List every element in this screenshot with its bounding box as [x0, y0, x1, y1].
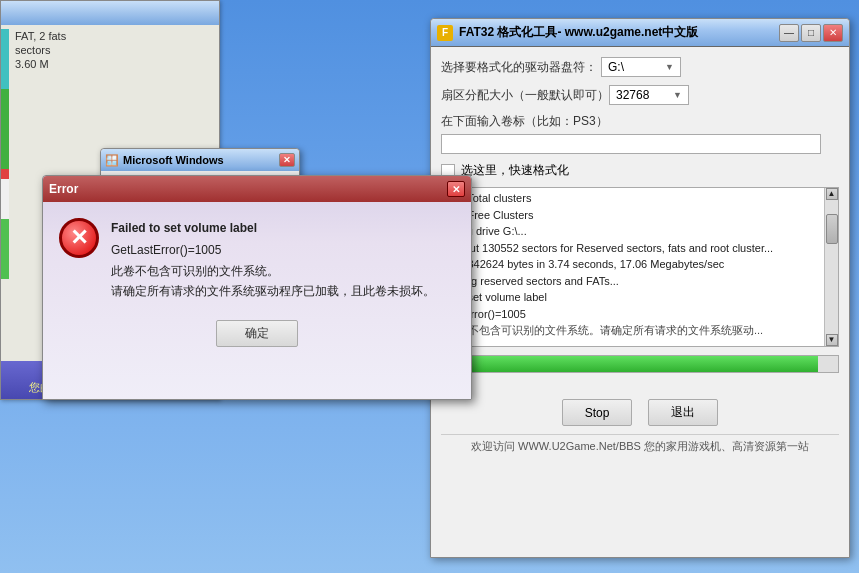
progress-bar-container [441, 355, 839, 373]
color-bars [1, 29, 9, 400]
error-icon: ✕ [59, 218, 99, 258]
error-ok-button[interactable]: 确定 [216, 320, 298, 347]
maximize-button[interactable]: □ [801, 24, 821, 42]
footer-text: 欢迎访问 WWW.U2Game.Net/BBS 您的家用游戏机、高清资源第一站 [441, 434, 839, 458]
log-line-4: e 66842624 bytes in 3.74 seconds, 17.06 … [446, 256, 818, 273]
left-sectors-line: sectors [15, 43, 215, 57]
error-dialog-title: Error [49, 182, 78, 196]
cluster-select[interactable]: 32768 ▼ [609, 85, 689, 105]
error-dialog-close-button[interactable]: ✕ [447, 181, 465, 197]
log-line-6: d to set volume label [446, 289, 818, 306]
exit-button[interactable]: 退出 [648, 399, 718, 426]
ms-windows-icon: 🪟 [105, 154, 119, 167]
fat32-window: F FAT32 格式化工具- www.u2game.net中文版 — □ ✕ 选… [430, 18, 850, 558]
error-dialog-buttons: 确定 [43, 320, 471, 347]
error-msg-line3: 此卷不包含可识别的文件系统。 [111, 261, 435, 281]
progress-bar-fill [442, 356, 818, 372]
scroll-down-arrow[interactable]: ▼ [826, 334, 838, 346]
ms-windows-titlebar: 🪟 Microsoft Windows ✕ [101, 149, 299, 171]
color-bar-green2 [1, 219, 9, 279]
color-bar-red [1, 169, 9, 179]
log-line-7: lastError()=1005 [446, 306, 818, 323]
log-line-1: 128 Free Clusters [446, 207, 818, 224]
color-bar-white [1, 179, 9, 219]
quick-format-row: 选这里，快速格式化 [441, 162, 839, 179]
drive-select-arrow: ▼ [665, 62, 674, 72]
log-area[interactable]: 129 Total clusters 128 Free Clusters att… [441, 187, 839, 347]
cluster-label: 扇区分配大小（一般默认即可） [441, 87, 609, 104]
error-dialog[interactable]: Error ✕ ✕ Failed to set volume label Get… [42, 175, 472, 400]
cluster-row: 扇区分配大小（一般默认即可） 32768 ▼ [441, 85, 839, 105]
capacity-label: 273G [441, 383, 839, 395]
error-text: Failed to set volume label GetLastError(… [111, 218, 435, 302]
fat32-titlebar: F FAT32 格式化工具- www.u2game.net中文版 — □ ✕ [431, 19, 849, 47]
drive-selector-row: 选择要格式化的驱动器盘符： G:\ ▼ [441, 57, 839, 77]
volume-label-input[interactable] [441, 134, 821, 154]
ms-window-close-button[interactable]: ✕ [279, 153, 295, 167]
left-window-content: FAT, 2 fats sectors 3.60 M [11, 25, 219, 75]
action-buttons: Stop 退出 [441, 399, 839, 426]
volume-label-prompt: 在下面输入卷标（比如：PS3） [441, 113, 839, 130]
left-window-titlebar [1, 1, 219, 25]
fat32-window-icon: F [437, 25, 453, 41]
quick-format-label: 选这里，快速格式化 [461, 162, 569, 179]
drive-value: G:\ [608, 60, 624, 74]
scroll-thumb[interactable] [826, 214, 838, 244]
fat32-content: 选择要格式化的驱动器盘符： G:\ ▼ 扇区分配大小（一般默认即可） 32768… [431, 47, 849, 468]
error-dialog-titlebar: Error ✕ [43, 176, 471, 202]
drive-label: 选择要格式化的驱动器盘符： [441, 59, 601, 76]
drive-select[interactable]: G:\ ▼ [601, 57, 681, 77]
titlebar-controls: — □ ✕ [779, 24, 843, 42]
stop-button[interactable]: Stop [562, 399, 632, 426]
error-msg-line1: Failed to set volume label [111, 218, 435, 238]
left-size-line: 3.60 M [15, 57, 215, 71]
close-button[interactable]: ✕ [823, 24, 843, 42]
log-line-0: 129 Total clusters [446, 190, 818, 207]
log-line-3: ing out 130552 sectors for Reserved sect… [446, 240, 818, 257]
scroll-up-arrow[interactable]: ▲ [826, 188, 838, 200]
left-fat-line: FAT, 2 fats [15, 29, 215, 43]
fat32-window-title: FAT32 格式化工具- www.u2game.net中文版 [459, 24, 779, 41]
ms-windows-title: Microsoft Windows [123, 154, 224, 166]
cluster-select-arrow: ▼ [673, 90, 682, 100]
color-bar-green [1, 89, 9, 169]
log-line-8: 此卷不包含可识别的文件系统。请确定所有请求的文件系统驱动... [446, 322, 818, 339]
minimize-button[interactable]: — [779, 24, 799, 42]
cluster-value: 32768 [616, 88, 649, 102]
log-line-2: atting drive G:\... [446, 223, 818, 240]
log-scrollbar[interactable]: ▲ ▼ [824, 188, 838, 346]
log-line-5: alising reserved sectors and FATs... [446, 273, 818, 290]
color-bar-teal [1, 29, 9, 89]
error-msg-line2: GetLastError()=1005 [111, 240, 435, 260]
desktop: FAT, 2 fats sectors 3.60 M 了，点击返回就就可以了 您… [0, 0, 859, 573]
error-msg-line4: 请确定所有请求的文件系统驱动程序已加载，且此卷未损坏。 [111, 281, 435, 301]
error-dialog-body: ✕ Failed to set volume label GetLastErro… [43, 202, 471, 312]
